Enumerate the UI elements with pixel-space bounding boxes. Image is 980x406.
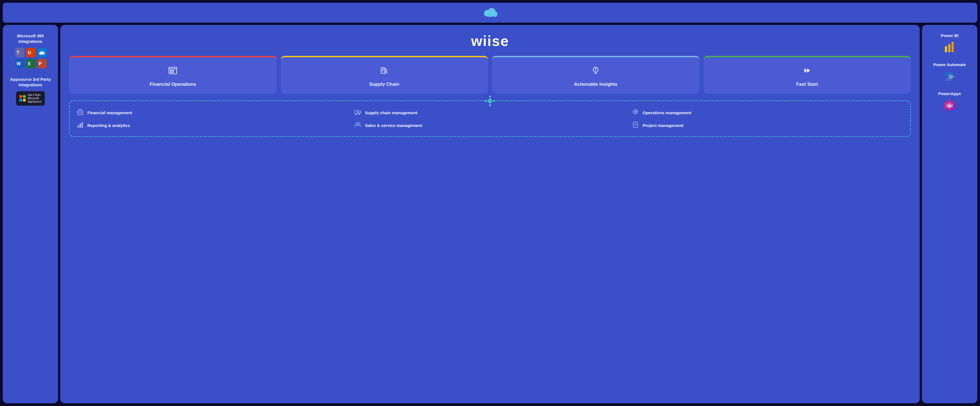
- operations-management-icon: [632, 108, 640, 117]
- sales-service-management-text: Sales & service management: [365, 123, 422, 128]
- reporting-analytics-icon: [76, 121, 84, 130]
- operations-management-text: Operations management: [643, 110, 691, 115]
- top-bar: [3, 3, 977, 23]
- financial-management-text: Financial management: [88, 110, 132, 115]
- supply-chain-management-text: Supply chain management: [365, 110, 418, 115]
- svg-text:W: W: [17, 61, 21, 66]
- teams-icon[interactable]: T: [15, 48, 25, 57]
- feature-cards: Financial Operations Supply Chain: [69, 56, 911, 94]
- ms365-title: Microsoft 365 Integrations: [8, 33, 52, 44]
- power-automate-label: Power Automate: [933, 62, 966, 67]
- svg-text:X: X: [28, 61, 31, 66]
- svg-text:T: T: [17, 50, 19, 55]
- svg-rect-18: [381, 68, 385, 73]
- svg-rect-63: [81, 122, 83, 127]
- wiise-title: wiise: [471, 33, 509, 49]
- powerpoint-icon[interactable]: P: [37, 59, 47, 68]
- powerapps-icon: [943, 99, 956, 113]
- svg-line-43: [78, 110, 78, 112]
- sales-service-management-item[interactable]: Sales & service management: [354, 121, 626, 130]
- cloud-icon: [483, 6, 497, 19]
- svg-point-54: [359, 114, 360, 115]
- operations-management-item[interactable]: Operations management: [632, 108, 904, 117]
- supply-chain-management-item[interactable]: Supply chain management: [354, 108, 626, 117]
- sales-service-management-icon: [354, 121, 362, 130]
- svg-rect-61: [78, 125, 79, 127]
- svg-point-38: [489, 96, 491, 97]
- powerapps-item[interactable]: PowerApps: [938, 91, 961, 113]
- ms365-icons-grid: T O W: [15, 48, 46, 68]
- main-layout: Microsoft 365 Integrations T O: [0, 25, 980, 406]
- svg-rect-17: [172, 72, 174, 73]
- actionable-insights-icon: [591, 65, 601, 78]
- reporting-analytics-text: Reporting & analytics: [88, 123, 130, 128]
- appsource-text: Get it from Microsoft AppSource: [28, 94, 41, 103]
- reporting-analytics-item[interactable]: Reporting & analytics: [76, 121, 348, 130]
- bottom-section: Financial management Supply chain manag: [69, 100, 911, 137]
- svg-text:P: P: [39, 61, 42, 66]
- financial-operations-card[interactable]: Financial Operations: [69, 56, 277, 94]
- svg-point-40: [485, 100, 487, 102]
- financial-operations-icon: [168, 65, 178, 78]
- svg-text:O: O: [28, 50, 31, 55]
- right-panel: Power BI Power Automate: [922, 25, 977, 403]
- fast-start-label: Fast Start: [796, 81, 818, 87]
- center-panel: wiise Financial Operations: [60, 25, 920, 403]
- supply-chain-icon: [379, 65, 389, 78]
- powerapps-label: PowerApps: [938, 91, 961, 96]
- svg-point-53: [355, 114, 356, 115]
- word-icon[interactable]: W: [15, 59, 25, 68]
- project-management-item[interactable]: Project management: [632, 121, 904, 130]
- project-management-icon: [632, 121, 640, 130]
- svg-point-66: [358, 123, 360, 125]
- appsource-title: Appsource 3rd Party Integrations: [8, 76, 52, 88]
- financial-operations-label: Financial Operations: [150, 81, 196, 87]
- svg-marker-30: [804, 68, 807, 73]
- svg-point-24: [385, 71, 387, 73]
- excel-icon[interactable]: X: [26, 59, 36, 68]
- powerbi-icon: [943, 41, 956, 54]
- powerbi-item[interactable]: Power BI: [941, 33, 958, 54]
- features-grid: Financial management Supply chain manag: [76, 108, 904, 130]
- supply-chain-card[interactable]: Supply Chain: [281, 56, 488, 94]
- project-management-text: Project management: [643, 123, 684, 128]
- fast-start-card[interactable]: Fast Start: [703, 56, 911, 94]
- svg-point-8: [40, 51, 44, 54]
- appsource-squares: [19, 95, 26, 102]
- actionable-insights-card[interactable]: Actionable Insights: [492, 56, 700, 94]
- supply-chain-management-icon: [354, 108, 362, 117]
- fast-start-icon: [802, 65, 812, 78]
- onedrive-icon[interactable]: [37, 48, 47, 57]
- outlook-icon[interactable]: O: [26, 48, 36, 57]
- svg-marker-31: [807, 68, 810, 73]
- svg-rect-73: [951, 42, 954, 52]
- supply-chain-label: Supply Chain: [369, 81, 399, 87]
- appsource-badge[interactable]: Get it from Microsoft AppSource: [16, 91, 45, 106]
- svg-point-65: [356, 123, 358, 125]
- svg-rect-72: [948, 44, 950, 52]
- svg-rect-15: [172, 70, 174, 71]
- svg-rect-51: [358, 111, 361, 113]
- ms365-section: Microsoft 365 Integrations T O: [8, 33, 52, 68]
- svg-line-44: [82, 110, 83, 112]
- financial-management-item[interactable]: Financial management: [76, 108, 348, 117]
- svg-rect-62: [80, 124, 81, 127]
- financial-management-icon: [76, 108, 84, 117]
- svg-rect-50: [355, 110, 358, 114]
- powerbi-label: Power BI: [941, 33, 958, 38]
- svg-point-56: [635, 111, 636, 113]
- svg-point-33: [489, 100, 491, 102]
- appsource-section: Appsource 3rd Party Integrations Get it …: [8, 76, 52, 106]
- svg-rect-16: [170, 72, 172, 73]
- svg-point-28: [595, 68, 596, 69]
- svg-rect-14: [170, 70, 172, 71]
- power-automate-item[interactable]: Power Automate: [933, 62, 966, 84]
- actionable-insights-label: Actionable Insights: [574, 81, 617, 87]
- svg-point-39: [489, 105, 491, 106]
- svg-point-41: [493, 100, 495, 102]
- svg-rect-71: [945, 46, 947, 52]
- hub-icon: [484, 95, 496, 108]
- left-panel: Microsoft 365 Integrations T O: [3, 25, 58, 403]
- power-automate-icon: [943, 70, 956, 84]
